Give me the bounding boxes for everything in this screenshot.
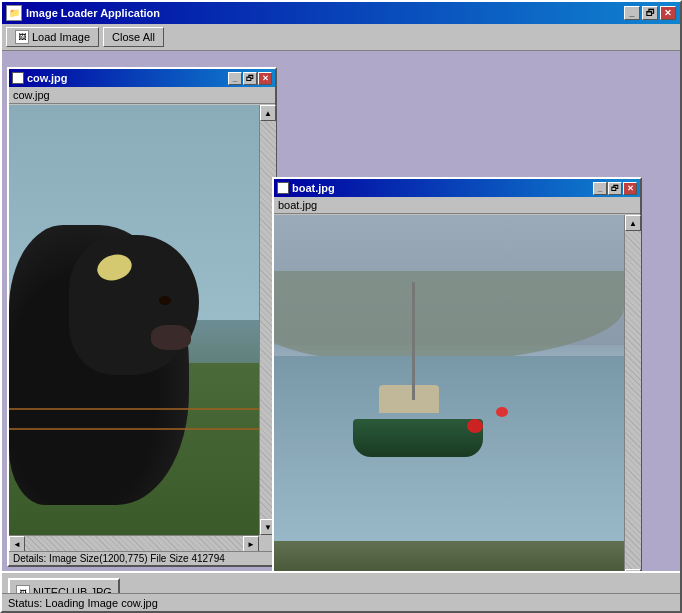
cow-status-bar: Details: Image Size(1200,775) File Size … xyxy=(9,551,275,565)
mdi-area: 🖼 cow.jpg _ 🗗 ✕ cow.jpg xyxy=(2,57,680,571)
app-window: 📁 Image Loader Application _ 🗗 ✕ 🖼 Load … xyxy=(0,0,682,613)
cow-eye xyxy=(159,296,171,305)
cow-scroll-track-h xyxy=(25,536,243,551)
boat-vegetation xyxy=(274,541,624,571)
cow-window-title: cow.jpg xyxy=(27,72,228,84)
cow-scroll-up[interactable]: ▲ xyxy=(260,105,276,121)
cow-window: 🖼 cow.jpg _ 🗗 ✕ cow.jpg xyxy=(7,67,277,567)
boat-title-buttons: _ 🗗 ✕ xyxy=(593,182,637,195)
boat-close-btn[interactable]: ✕ xyxy=(623,182,637,195)
title-bar-buttons: _ 🗗 ✕ xyxy=(624,6,676,20)
boat-cabin-shape xyxy=(379,385,439,413)
fence-wire-2 xyxy=(9,428,259,430)
cow-scroll-left[interactable]: ◄ xyxy=(9,536,25,552)
cow-title-buttons: _ 🗗 ✕ xyxy=(228,72,272,85)
toolbar: 🖼 Load Image Close All xyxy=(2,24,680,51)
boat-window-icon: 🖼 xyxy=(277,182,289,194)
boat-hull-shape xyxy=(353,419,483,457)
cow-image-area xyxy=(9,105,275,535)
boat-scroll-up[interactable]: ▲ xyxy=(625,215,641,231)
cow-close-btn[interactable]: ✕ xyxy=(258,72,272,85)
boat-window-title: boat.jpg xyxy=(292,182,593,194)
cow-image xyxy=(9,105,275,535)
boat-image-area xyxy=(274,215,640,571)
boat-window: 🖼 boat.jpg _ 🗗 ✕ boat.jpg xyxy=(272,177,642,571)
boat-title-bar: 🖼 boat.jpg _ 🗗 ✕ xyxy=(274,179,640,197)
boat-hills xyxy=(274,271,624,364)
boat-minimize-btn[interactable]: _ xyxy=(593,182,607,195)
boat-scrollbar-v[interactable]: ▲ ▼ xyxy=(624,215,640,571)
fence-wire-1 xyxy=(9,408,259,410)
status-bar: Status: Loading Image cow.jpg xyxy=(2,593,680,611)
bottom-bar: 🖼 NITECLUB.JPG Status: Loading Image cow… xyxy=(2,571,680,611)
cow-restore-btn[interactable]: 🗗 xyxy=(243,72,257,85)
cow-nose xyxy=(151,325,191,350)
close-button[interactable]: ✕ xyxy=(660,6,676,20)
close-all-button[interactable]: Close All xyxy=(103,27,164,47)
restore-button[interactable]: 🗗 xyxy=(642,6,658,20)
cow-scroll-right[interactable]: ► xyxy=(243,536,259,552)
boat-filename: boat.jpg xyxy=(274,197,640,214)
load-icon: 🖼 xyxy=(15,30,29,44)
cow-minimize-btn[interactable]: _ xyxy=(228,72,242,85)
cow-title-bar: 🖼 cow.jpg _ 🗗 ✕ xyxy=(9,69,275,87)
cow-window-icon: 🖼 xyxy=(12,72,24,84)
app-icon: 📁 xyxy=(6,5,22,21)
load-image-button[interactable]: 🖼 Load Image xyxy=(6,27,99,47)
title-bar: 📁 Image Loader Application _ 🗗 ✕ xyxy=(2,2,680,24)
boat-restore-btn[interactable]: 🗗 xyxy=(608,182,622,195)
boat-mast-shape xyxy=(412,282,415,400)
boat-scroll-track-v xyxy=(625,231,641,569)
boat-image xyxy=(274,215,624,571)
boat-red-marker xyxy=(467,419,483,433)
cow-filename: cow.jpg xyxy=(9,87,275,104)
cow-status-text: Details: Image Size(1200,775) File Size … xyxy=(13,553,225,564)
cow-scrollbar-h[interactable]: ◄ ► xyxy=(9,535,259,551)
app-title: Image Loader Application xyxy=(26,7,624,19)
status-text: Status: Loading Image cow.jpg xyxy=(8,597,158,609)
minimize-button[interactable]: _ xyxy=(624,6,640,20)
cow-hscroll-container: ◄ ► xyxy=(9,536,259,551)
